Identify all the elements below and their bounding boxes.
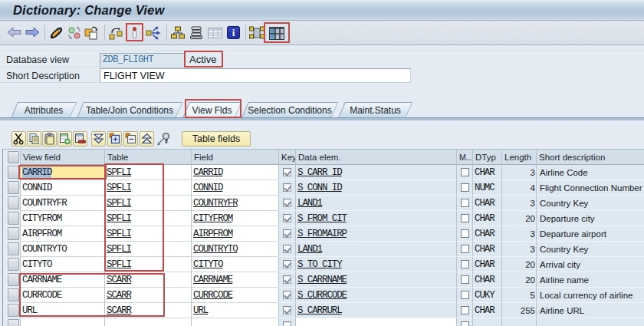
svg-text:i: i [232, 27, 235, 38]
